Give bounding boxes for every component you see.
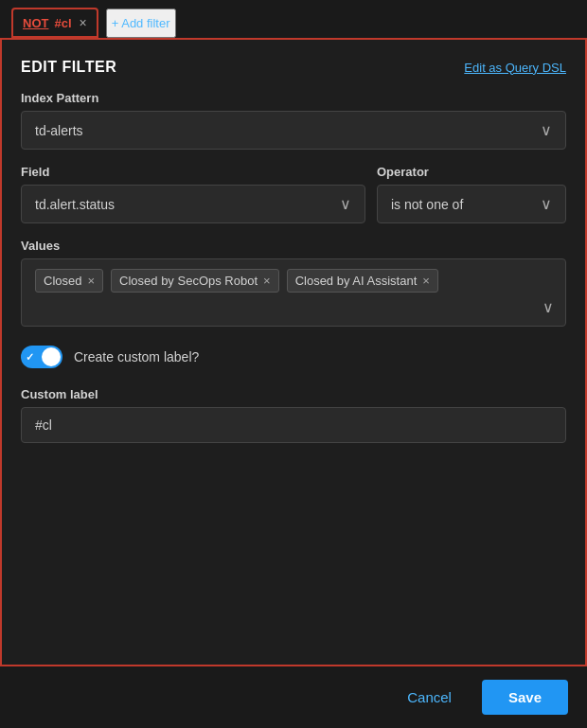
- custom-label-field-label: Custom label: [21, 387, 566, 401]
- operator-section: Operator is not one of ∨: [377, 165, 566, 223]
- add-filter-button[interactable]: + Add filter: [106, 9, 176, 38]
- not-label: NOT: [23, 16, 48, 30]
- panel-header: EDIT FILTER Edit as Query DSL: [21, 59, 566, 76]
- custom-label-toggle[interactable]: ✓: [21, 346, 62, 368]
- action-bar: Cancel Save: [0, 666, 587, 728]
- toggle-checkmark: ✓: [26, 351, 34, 364]
- values-section: Values Closed × Closed by SecOps Robot ×…: [21, 239, 566, 327]
- value-tag-ai-remove[interactable]: ×: [422, 274, 430, 288]
- custom-label-input[interactable]: [21, 407, 566, 443]
- operator-label: Operator: [377, 165, 566, 179]
- field-select[interactable]: td.alert.status ∨: [21, 185, 365, 223]
- value-tag-ai: Closed by AI Assistant ×: [287, 269, 438, 293]
- field-value: td.alert.status: [35, 197, 115, 212]
- value-tag-closed-text: Closed: [44, 274, 81, 288]
- panel-title: EDIT FILTER: [21, 59, 116, 76]
- edit-filter-panel: EDIT FILTER Edit as Query DSL Index Patt…: [0, 38, 587, 666]
- index-pattern-select[interactable]: td-alerts ∨: [21, 111, 566, 150]
- values-area[interactable]: Closed × Closed by SecOps Robot × Closed…: [21, 258, 566, 327]
- operator-chevron: ∨: [541, 195, 552, 213]
- operator-value: is not one of: [391, 197, 463, 212]
- value-tag-closed: Closed ×: [35, 269, 103, 293]
- filter-tab-value: #cl: [54, 16, 71, 30]
- index-pattern-label: Index Pattern: [21, 91, 566, 105]
- custom-label-section: Custom label: [21, 387, 566, 443]
- index-pattern-value: td-alerts: [35, 123, 83, 138]
- edit-as-query-dsl-button[interactable]: Edit as Query DSL: [464, 61, 566, 75]
- tab-bar: NOT #cl × + Add filter: [0, 0, 587, 38]
- values-chevron: ∨: [543, 298, 554, 316]
- values-label: Values: [21, 239, 566, 253]
- field-operator-row: Field td.alert.status ∨ Operator is not …: [21, 165, 566, 223]
- value-tag-closed-remove[interactable]: ×: [87, 274, 95, 288]
- save-button[interactable]: Save: [482, 680, 568, 715]
- value-tag-secops: Closed by SecOps Robot ×: [111, 269, 279, 293]
- value-tag-secops-text: Closed by SecOps Robot: [119, 274, 258, 288]
- filter-tab[interactable]: NOT #cl ×: [11, 8, 98, 38]
- value-tag-ai-text: Closed by AI Assistant: [295, 274, 418, 288]
- index-pattern-section: Index Pattern td-alerts ∨: [21, 91, 566, 150]
- filter-tab-close[interactable]: ×: [80, 15, 87, 30]
- field-label: Field: [21, 165, 365, 179]
- custom-label-toggle-label: Create custom label?: [74, 349, 199, 364]
- toggle-knob: [42, 347, 61, 366]
- index-pattern-chevron: ∨: [541, 121, 552, 139]
- custom-label-toggle-row: ✓ Create custom label?: [21, 342, 566, 372]
- cancel-button[interactable]: Cancel: [392, 682, 467, 713]
- operator-select[interactable]: is not one of ∨: [377, 185, 566, 223]
- value-tag-secops-remove[interactable]: ×: [263, 274, 271, 288]
- field-chevron: ∨: [340, 195, 351, 213]
- field-section: Field td.alert.status ∨: [21, 165, 365, 223]
